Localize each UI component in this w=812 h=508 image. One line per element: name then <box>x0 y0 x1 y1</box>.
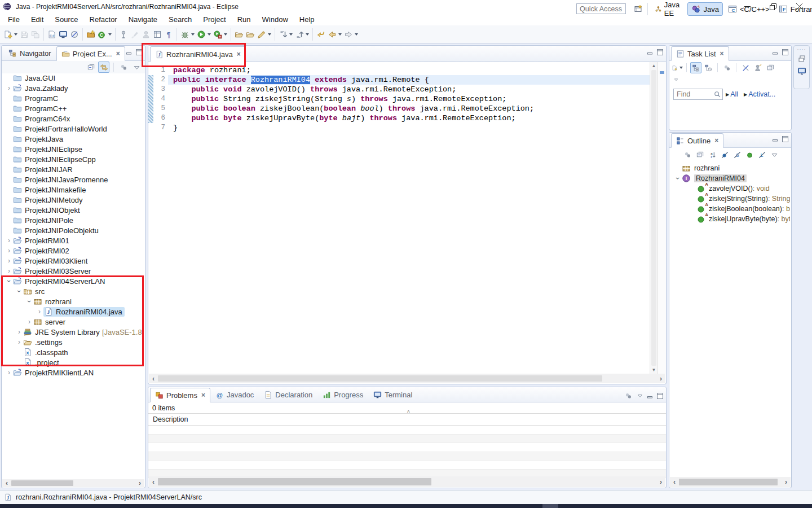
code-line[interactable]: 5 public boolean ziskejBoolean(boolean b… <box>148 104 650 113</box>
hide-completed-button[interactable] <box>740 62 751 73</box>
outline-item-zavolejvoid[interactable]: AzavolejVOID() : void <box>669 183 790 194</box>
tree-item-classpath[interactable]: .classpath <box>2 347 144 357</box>
problems-hscrollbar[interactable]: ‹ › <box>149 476 665 487</box>
drag-handle[interactable]: ···· <box>797 47 806 51</box>
tab-task-list[interactable]: Task List × <box>671 46 729 61</box>
forward-button[interactable] <box>343 28 359 41</box>
outline-item-ziskejboolean-boolean[interactable]: AziskejBoolean(boolean) : boolean <box>669 204 790 214</box>
last-edit-location-button[interactable] <box>315 28 326 41</box>
tab-declaration[interactable]: Declaration <box>259 387 317 402</box>
tree-expander-icon[interactable]: › <box>5 235 13 246</box>
outline-item-rozhrani[interactable]: rozhrani <box>669 163 790 173</box>
close-tab-icon[interactable]: × <box>201 391 205 399</box>
filter-all-link[interactable]: All <box>730 90 738 98</box>
dropdown-caret-icon[interactable] <box>14 33 17 36</box>
restore-view-icon[interactable] <box>797 54 806 63</box>
scroll-right-icon[interactable]: › <box>782 478 791 486</box>
perspective-java-ee[interactable]: Java EE <box>651 0 686 20</box>
tree-item-settings[interactable]: ›.settings <box>2 337 144 347</box>
back-button[interactable] <box>326 28 343 41</box>
new-java-project-button[interactable] <box>85 28 96 41</box>
view-menu-icon[interactable] <box>637 392 643 399</box>
tree-item-projektjnimetody[interactable]: ProjektJNIMetody <box>2 195 144 205</box>
close-tab-icon[interactable]: × <box>116 50 120 58</box>
tree-item-jre-system-library[interactable]: ›JRE System Library[JavaSE-1.8] <box>2 327 144 337</box>
menu-item-navigate[interactable]: Navigate <box>123 14 163 25</box>
open-type-button[interactable] <box>233 28 245 41</box>
tree-item-projektjava[interactable]: ProjektJava <box>2 134 144 144</box>
tree-item-rozhranirmi04-java[interactable]: ›RozhraniRMI04.java <box>2 306 144 317</box>
hide-local-types-button[interactable]: L <box>756 149 767 160</box>
perspective-fortran[interactable]: Fortran <box>775 2 812 16</box>
menu-item-help[interactable]: Help <box>294 14 320 25</box>
tree-expander-icon[interactable]: › <box>5 266 13 276</box>
skip-breakpoints-button[interactable] <box>69 28 80 41</box>
tree-item-projektjnieclipsecpp[interactable]: ProjektJNIEclipseCpp <box>2 154 144 164</box>
tab-outline[interactable]: Outline × <box>671 133 723 148</box>
code-editor[interactable]: 1package rozhrani;2public interface Rozh… <box>148 62 650 374</box>
focus-icon[interactable] <box>623 390 634 401</box>
tree-item-projektrmi01[interactable]: ›ProjektRMI01 <box>2 235 144 246</box>
scroll-right-icon[interactable]: › <box>135 479 144 487</box>
close-tab-icon[interactable]: × <box>720 50 724 58</box>
tree-item-projektjnimakefile[interactable]: ProjektJNImakefile <box>2 185 144 195</box>
code-line[interactable]: 6 public byte ziskejUpravByte(byte bajt)… <box>148 113 650 123</box>
outline-item-rozhranirmi04[interactable]: ›RozhraniRMI04 <box>669 173 790 183</box>
tree-item-projektrmiklientlan[interactable]: ›ProjektRMIKlientLAN <box>2 367 144 378</box>
outline-hscrollbar[interactable]: ‹ › <box>670 477 791 487</box>
hide-non-public-button[interactable] <box>744 149 755 160</box>
new-task-button[interactable] <box>672 62 683 73</box>
tree-expander-icon[interactable]: › <box>5 367 13 378</box>
external-tools-button[interactable] <box>118 28 129 41</box>
focus-button[interactable] <box>721 62 732 73</box>
menu-item-run[interactable]: Run <box>232 14 257 25</box>
minimize-view-icon[interactable] <box>771 49 779 56</box>
close-tab-icon[interactable]: × <box>714 137 718 144</box>
run-button[interactable] <box>196 28 212 41</box>
expand-arrow-icon[interactable]: ▶ <box>744 92 747 97</box>
tree-item-java-zaklady[interactable]: ›Java.Zaklady <box>2 83 144 93</box>
scrollbar-thumb[interactable] <box>158 478 431 485</box>
scroll-left-icon[interactable]: ‹ <box>149 375 158 383</box>
tree-expander-icon[interactable]: › <box>5 276 13 286</box>
tree-item-projektrmi04serverlan[interactable]: ›ProjektRMI04ServerLAN <box>2 276 144 286</box>
scroll-up-icon[interactable]: ▲ <box>650 63 657 68</box>
code-line[interactable]: 3 public void zavolejVOID() throws java.… <box>148 85 650 94</box>
outline-item-ziskejupravbyte-byte[interactable]: AziskejUpravByte(byte) : byte <box>669 214 790 224</box>
collapse-all-button[interactable] <box>765 62 776 73</box>
minimize-view-icon[interactable] <box>646 49 654 56</box>
hide-fields-button[interactable] <box>719 149 730 160</box>
dropdown-caret-icon[interactable] <box>108 33 112 36</box>
code-line[interactable]: 7} <box>148 123 650 133</box>
focus-button[interactable] <box>118 62 129 73</box>
tree-item-projektrmi02[interactable]: ›ProjektRMI02 <box>2 246 144 256</box>
menu-item-file[interactable]: File <box>2 14 25 25</box>
tree-item-projektjnipoleobjektu[interactable]: ProjektJNIPoleObjektu <box>2 225 144 235</box>
open-resource-button[interactable] <box>245 28 256 41</box>
tree-item-projektjnijavapromenne[interactable]: ProjektJNIJavaPromenne <box>2 174 144 185</box>
debug-button[interactable] <box>179 28 196 41</box>
dropdown-caret-icon[interactable] <box>268 33 271 36</box>
previous-annotation-button[interactable] <box>294 28 310 41</box>
menu-item-project[interactable]: Project <box>197 14 231 25</box>
tab-problems[interactable]: Problems× <box>150 388 210 402</box>
tree-item-projektrmi03server[interactable]: ›ProjektRMI03Server <box>2 266 144 276</box>
tab-terminal[interactable]: Terminal <box>368 387 417 402</box>
tree-expander-icon[interactable]: › <box>15 337 23 347</box>
search-button[interactable] <box>256 28 272 41</box>
scroll-left-icon[interactable]: ‹ <box>670 478 679 486</box>
tab-project-ex[interactable]: Project Ex...× <box>56 46 125 61</box>
minimize-view-icon[interactable] <box>646 392 654 400</box>
tree-item-projektrmi03klient[interactable]: ›ProjektRMI03Klient <box>2 256 144 266</box>
maximize-view-icon[interactable] <box>135 49 143 56</box>
show-whitespace-button[interactable]: ¶ <box>163 28 174 41</box>
next-annotation-button[interactable] <box>277 28 294 41</box>
tree-item-projektjnipole[interactable]: ProjektJNIPole <box>2 215 144 225</box>
explorer-hscrollbar[interactable]: ‹ › <box>2 479 144 487</box>
tree-item-java-gui[interactable]: Java.GUI <box>2 73 144 83</box>
dropdown-caret-icon[interactable] <box>338 33 342 36</box>
tree-expander-icon[interactable]: › <box>15 327 23 337</box>
tree-expander-icon[interactable]: › <box>674 173 682 183</box>
dropdown-caret-icon[interactable] <box>191 33 195 36</box>
code-line[interactable]: 4 public String ziskejString(String s) t… <box>148 94 650 104</box>
